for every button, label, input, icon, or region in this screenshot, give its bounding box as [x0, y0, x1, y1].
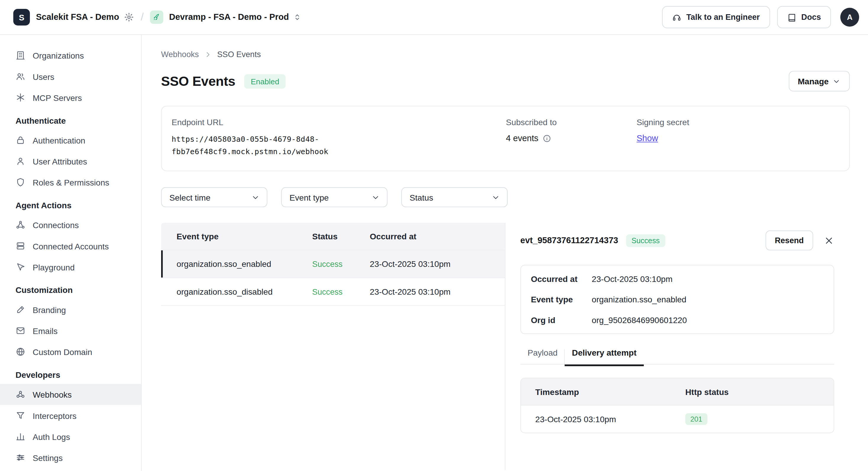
manage-button[interactable]: Manage	[789, 71, 850, 91]
main-content: Webhooks SSO Events SSO Events Enabled M…	[142, 35, 868, 471]
sidebar-item-playground[interactable]: Playground	[0, 257, 141, 277]
http-status-badge: 201	[685, 413, 707, 425]
sidebar-item-label: Auth Logs	[33, 432, 70, 441]
chevron-down-icon	[251, 193, 260, 202]
talk-to-engineer-button[interactable]: Talk to an Engineer	[662, 6, 770, 28]
emails-icon	[16, 326, 25, 336]
close-icon[interactable]	[824, 235, 834, 246]
breadcrumb-webhooks[interactable]: Webhooks	[161, 50, 199, 59]
sidebar-section-agent-actions: Agent Actions	[0, 201, 141, 210]
user-icon	[16, 156, 25, 166]
sidebar-section-authenticate: Authenticate	[0, 116, 141, 125]
sidebar-item-organizations[interactable]: Organizations	[0, 45, 141, 66]
connected-accounts-icon	[16, 241, 25, 251]
sidebar-item-users[interactable]: Users	[0, 66, 141, 87]
sidebar-item-authentication[interactable]: Authentication	[0, 129, 141, 151]
chevrons-up-down-icon[interactable]	[293, 13, 302, 22]
detail-header: evt_95873761122714373 Success Resend	[520, 230, 834, 251]
filters-row: Select time Event type Status	[161, 187, 850, 207]
event-detail-panel: evt_95873761122714373 Success Resend Occ…	[505, 223, 850, 470]
docs-label: Docs	[801, 13, 821, 22]
sidebar-item-label: User Attributes	[33, 156, 87, 166]
chevron-down-icon	[371, 193, 380, 202]
page-title: SSO Events	[161, 73, 235, 89]
project-switcher[interactable]: Devramp - FSA - Demo - Prod	[169, 12, 289, 22]
status-cell: Success	[312, 287, 370, 296]
headphones-icon	[672, 12, 681, 22]
app: S Scalekit FSA - Demo / Devramp - FSA - …	[0, 0, 868, 471]
settings-icon	[16, 453, 25, 463]
docs-button[interactable]: Docs	[777, 6, 831, 28]
sidebar-item-auth-logs[interactable]: Auth Logs	[0, 426, 141, 447]
attempts-table-header: Timestamp Http status	[521, 378, 834, 406]
chevron-down-icon	[491, 193, 500, 202]
sidebar-item-label: Settings	[33, 453, 62, 463]
interceptors-icon	[16, 410, 25, 420]
sidebar-item-label: Interceptors	[33, 411, 76, 420]
event-type-label: Event type	[289, 193, 329, 202]
user-avatar[interactable]: A	[840, 8, 859, 27]
shield-icon	[16, 177, 25, 187]
sidebar-item-label: Branding	[33, 305, 66, 315]
column-header-event-type: Event type	[161, 232, 312, 241]
info-label: Occurred at	[531, 274, 592, 284]
sidebar-item-settings[interactable]: Settings	[0, 447, 141, 468]
occurred-at-cell: 23-Oct-2025 03:10pm	[370, 260, 505, 269]
success-badge: Success	[626, 234, 665, 247]
sidebar-section-developers: Developers	[0, 370, 141, 380]
tab-delivery-attempt[interactable]: Delivery attempt	[565, 348, 644, 364]
project-rocket-icon	[150, 11, 163, 24]
event-id: evt_95873761122714373	[520, 235, 618, 245]
show-secret-link[interactable]: Show	[637, 134, 658, 143]
attempt-row[interactable]: 23-Oct-2025 03:10pm 201	[521, 406, 834, 433]
chevron-right-icon	[204, 50, 212, 58]
sidebar-item-branding[interactable]: Branding	[0, 299, 141, 320]
org-logo: S	[13, 9, 30, 25]
custom-domain-icon	[16, 347, 25, 357]
auth-logs-icon	[16, 432, 25, 442]
table-row[interactable]: organization.sso_enabled Success 23-Oct-…	[161, 251, 505, 278]
users-icon	[16, 71, 25, 82]
endpoint-url-line2: fbb7e6f48cf9.mock.pstmn.io/webhook	[172, 146, 506, 157]
http-status-cell: 201	[685, 413, 834, 425]
event-type-dropdown[interactable]: Event type	[281, 187, 388, 207]
select-time-dropdown[interactable]: Select time	[161, 187, 268, 207]
status-cell: Success	[312, 260, 370, 269]
select-time-label: Select time	[169, 193, 211, 202]
sidebar-item-roles-permissions[interactable]: Roles & Permissions	[0, 172, 141, 193]
endpoint-card: Endpoint URL https://405803a0-055b-4679-…	[161, 106, 850, 171]
sidebar-item-user-attributes[interactable]: User Attributes	[0, 151, 141, 172]
sidebar: Organizations Users MCP Servers Authenti…	[0, 35, 142, 471]
sidebar-item-connected-accounts[interactable]: Connected Accounts	[0, 235, 141, 257]
delivery-attempts-table: Timestamp Http status 23-Oct-2025 03:10p…	[520, 378, 834, 433]
detail-tabs: Payload Delivery attempt	[520, 348, 834, 364]
resend-button[interactable]: Resend	[766, 231, 813, 250]
topbar-left: S Scalekit FSA - Demo / Devramp - FSA - …	[13, 9, 302, 25]
column-header-timestamp: Timestamp	[521, 387, 685, 396]
status-dropdown[interactable]: Status	[401, 187, 507, 207]
info-value: 23-Oct-2025 03:10pm	[592, 274, 673, 284]
sidebar-item-label: Connected Accounts	[33, 241, 109, 251]
sidebar-item-emails[interactable]: Emails	[0, 320, 141, 341]
webhooks-icon	[16, 389, 25, 400]
info-icon[interactable]	[542, 134, 551, 143]
sidebar-item-label: Organizations	[33, 51, 84, 60]
connections-icon	[16, 220, 25, 230]
sidebar-section-customization: Customization	[0, 285, 141, 295]
sidebar-item-mcp-servers[interactable]: MCP Servers	[0, 87, 141, 108]
playground-icon	[16, 262, 25, 272]
sidebar-item-connections[interactable]: Connections	[0, 214, 141, 235]
info-value: organization.sso_enabled	[592, 295, 686, 304]
endpoint-url-value: https://405803a0-055b-4679-8d48- fbb7e6f…	[172, 134, 506, 157]
breadcrumb-sso-events: SSO Events	[217, 50, 261, 59]
table-row[interactable]: organization.sso_disabled Success 23-Oct…	[161, 278, 505, 306]
organizations-icon	[16, 50, 25, 60]
events-table-header: Event type Status Occurred at	[161, 223, 505, 251]
sidebar-item-custom-domain[interactable]: Custom Domain	[0, 341, 141, 362]
gear-icon[interactable]	[124, 12, 134, 22]
tab-payload[interactable]: Payload	[520, 348, 565, 364]
sidebar-item-interceptors[interactable]: Interceptors	[0, 405, 141, 426]
sidebar-item-webhooks[interactable]: Webhooks	[0, 384, 141, 405]
branding-icon	[16, 305, 25, 315]
talk-to-engineer-label: Talk to an Engineer	[686, 13, 760, 22]
